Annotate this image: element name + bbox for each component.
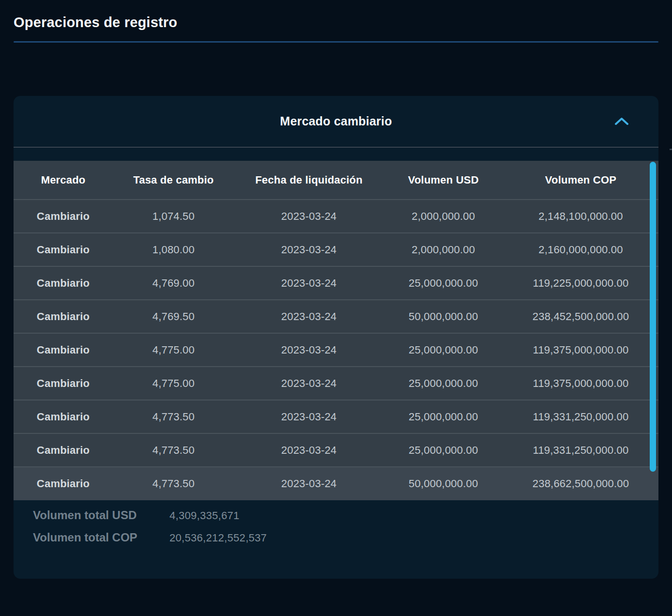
card-title: Mercado cambiario bbox=[280, 114, 392, 128]
totals-section: Volumen total USD 4,309,335,671 Volumen … bbox=[14, 500, 658, 544]
table-body: Cambiario1,074.502023-03-242,000,000.002… bbox=[14, 200, 658, 500]
table-row[interactable]: Cambiario4,775.002023-03-2425,000,000.00… bbox=[14, 367, 658, 400]
table-row[interactable]: Cambiario4,773.502023-03-2425,000,000.00… bbox=[14, 400, 658, 433]
table-cell: 119,331,250,000.00 bbox=[503, 400, 658, 433]
table-scrollbar-thumb[interactable] bbox=[650, 162, 656, 472]
table-cell: 2,000,000.00 bbox=[384, 200, 503, 233]
page-title: Operaciones de registro bbox=[14, 0, 658, 31]
table-cell: 4,773.50 bbox=[113, 400, 234, 433]
table-cell: 4,775.00 bbox=[113, 333, 234, 367]
table-cell: 2,148,100,000.00 bbox=[503, 200, 658, 233]
table-cell: 2023-03-24 bbox=[234, 333, 384, 367]
table-cell: 4,775.00 bbox=[113, 367, 234, 400]
collapse-button[interactable] bbox=[613, 115, 630, 128]
table-cell: 238,452,500,000.00 bbox=[503, 300, 658, 333]
table-cell: Cambiario bbox=[14, 333, 113, 367]
total-usd-row: Volumen total USD 4,309,335,671 bbox=[33, 508, 639, 522]
table-scroll-area: Mercado Tasa de cambio Fecha de liquidac… bbox=[14, 161, 658, 500]
table-row[interactable]: Cambiario4,769.502023-03-2450,000,000.00… bbox=[14, 300, 658, 333]
table-cell: 119,331,250,000.00 bbox=[503, 433, 658, 467]
total-cop-row: Volumen total COP 20,536,212,552,537 bbox=[33, 531, 639, 544]
table-cell: 2,160,000,000.00 bbox=[503, 233, 658, 266]
table-cell: 2023-03-24 bbox=[234, 467, 384, 500]
table-cell: 2023-03-24 bbox=[234, 400, 384, 433]
total-usd-label: Volumen total USD bbox=[33, 508, 169, 522]
column-header-volumen-usd: Volumen USD bbox=[384, 161, 503, 200]
title-underline-divider bbox=[14, 41, 658, 43]
table-cell: 119,375,000,000.00 bbox=[503, 333, 658, 367]
table-cell: 2023-03-24 bbox=[234, 300, 384, 333]
table-cell: 25,000,000.00 bbox=[384, 333, 503, 367]
table-cell: 4,769.50 bbox=[113, 300, 234, 333]
table-cell: 2023-03-24 bbox=[234, 433, 384, 467]
table-cell: Cambiario bbox=[14, 200, 113, 233]
table-cell: 2023-03-24 bbox=[234, 200, 384, 233]
table-cell: 1,080.00 bbox=[113, 233, 234, 266]
table-row[interactable]: Cambiario4,775.002023-03-2425,000,000.00… bbox=[14, 333, 658, 367]
table-cell: Cambiario bbox=[14, 367, 113, 400]
table-cell: 25,000,000.00 bbox=[384, 367, 503, 400]
table-row[interactable]: Cambiario4,773.502023-03-2450,000,000.00… bbox=[14, 467, 658, 500]
table-cell: 4,773.50 bbox=[113, 467, 234, 500]
card-header-divider bbox=[14, 147, 658, 148]
table-cell: Cambiario bbox=[14, 300, 113, 333]
card-header[interactable]: Mercado cambiario bbox=[14, 96, 658, 147]
table-cell: 2023-03-24 bbox=[234, 367, 384, 400]
table-row[interactable]: Cambiario4,769.002023-03-2425,000,000.00… bbox=[14, 266, 658, 300]
table-cell: 2023-03-24 bbox=[234, 233, 384, 266]
mercado-cambiario-card: Mercado cambiario Mercado Tasa de cambio… bbox=[14, 96, 658, 579]
table-header: Mercado Tasa de cambio Fecha de liquidac… bbox=[14, 161, 658, 200]
total-cop-value: 20,536,212,552,537 bbox=[169, 532, 267, 544]
column-header-tasa-de-cambio: Tasa de cambio bbox=[113, 161, 234, 200]
column-header-mercado: Mercado bbox=[14, 161, 113, 200]
table-cell: Cambiario bbox=[14, 266, 113, 300]
table-cell: 50,000,000.00 bbox=[384, 467, 503, 500]
table-row[interactable]: Cambiario4,773.502023-03-2425,000,000.00… bbox=[14, 433, 658, 467]
table-cell: 119,375,000,000.00 bbox=[503, 367, 658, 400]
table-cell: 25,000,000.00 bbox=[384, 400, 503, 433]
table-row[interactable]: Cambiario1,080.002023-03-242,000,000.002… bbox=[14, 233, 658, 266]
table-cell: 4,769.00 bbox=[113, 266, 234, 300]
table-header-row: Mercado Tasa de cambio Fecha de liquidac… bbox=[14, 161, 658, 200]
table-cell: Cambiario bbox=[14, 433, 113, 467]
chevron-up-icon bbox=[613, 116, 630, 127]
table-cell: 2,000,000.00 bbox=[384, 233, 503, 266]
page: Operaciones de registro Mercado cambiari… bbox=[0, 0, 672, 579]
table-cell: 4,773.50 bbox=[113, 433, 234, 467]
table-cell: 50,000,000.00 bbox=[384, 300, 503, 333]
total-usd-value: 4,309,335,671 bbox=[169, 509, 240, 522]
table-cell: 238,662,500,000.00 bbox=[503, 467, 658, 500]
total-cop-label: Volumen total COP bbox=[33, 531, 169, 544]
table-cell: 25,000,000.00 bbox=[384, 266, 503, 300]
column-header-volumen-cop: Volumen COP bbox=[503, 161, 658, 200]
table-cell: Cambiario bbox=[14, 467, 113, 500]
column-header-fecha-de-liquidacion: Fecha de liquidación bbox=[234, 161, 384, 200]
table-cell: 119,225,000,000.00 bbox=[503, 266, 658, 300]
table-row[interactable]: Cambiario1,074.502023-03-242,000,000.002… bbox=[14, 200, 658, 233]
table-cell: Cambiario bbox=[14, 233, 113, 266]
table-cell: 1,074.50 bbox=[113, 200, 234, 233]
table-cell: 25,000,000.00 bbox=[384, 433, 503, 467]
operations-table: Mercado Tasa de cambio Fecha de liquidac… bbox=[14, 161, 658, 500]
table-cell: Cambiario bbox=[14, 400, 113, 433]
right-edge-panel-fragment bbox=[670, 149, 672, 150]
table-cell: 2023-03-24 bbox=[234, 266, 384, 300]
